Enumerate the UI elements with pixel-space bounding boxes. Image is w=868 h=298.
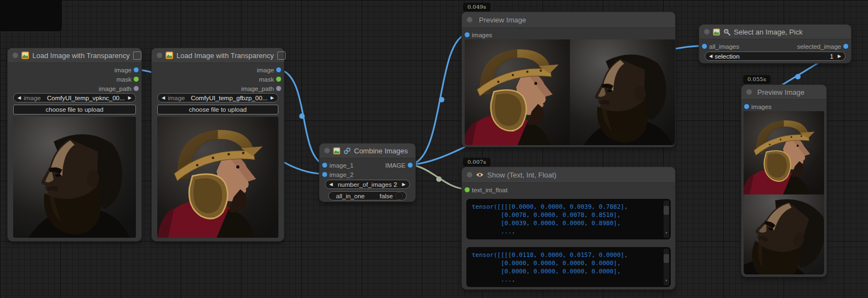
scroll-down-icon[interactable]: ▼ bbox=[665, 276, 667, 284]
slot-label: image_path bbox=[241, 85, 274, 92]
input-slot-image-2: image_2 bbox=[319, 170, 415, 179]
picture-icon bbox=[713, 28, 720, 36]
prev-arrow-icon[interactable]: ◀ bbox=[162, 96, 165, 100]
pin-checkbox[interactable] bbox=[133, 51, 141, 60]
picture-icon bbox=[21, 51, 29, 59]
scroll-down-icon[interactable]: ▼ bbox=[665, 228, 667, 237]
slot-dot-images[interactable] bbox=[744, 104, 749, 109]
node-header: Select an Image, Pick bbox=[699, 25, 851, 39]
collapse-dot[interactable] bbox=[746, 89, 752, 95]
node-header: Preview Image bbox=[462, 12, 675, 28]
slot-dot-image[interactable] bbox=[134, 67, 139, 72]
slot-dot-text-int-float[interactable] bbox=[465, 187, 470, 192]
node-preview-image-right[interactable]: Preview Image images bbox=[741, 85, 826, 277]
scrollbar-thumb[interactable] bbox=[664, 254, 669, 263]
link-icon bbox=[344, 147, 351, 154]
slot-label: all_images bbox=[709, 43, 739, 50]
combo-label: image bbox=[24, 95, 41, 101]
node-header: Load Image with Transparency bbox=[152, 48, 284, 63]
slot-dot-image-path[interactable] bbox=[276, 86, 281, 91]
node-header: Show (Text, Int, Float) bbox=[462, 167, 675, 183]
image-preview-bearded-man bbox=[13, 117, 136, 238]
image-preview-bearded-man-down bbox=[744, 194, 824, 274]
collapse-dot[interactable] bbox=[157, 53, 162, 58]
magnifier-icon bbox=[723, 28, 730, 36]
slot-dot-image-path[interactable] bbox=[134, 86, 139, 91]
increment-arrow-icon[interactable]: ▶ bbox=[838, 54, 841, 59]
image-preview-combined-faces bbox=[465, 39, 675, 145]
node-show-text-int-float[interactable]: Show (Text, Int, Float) text_int_float t… bbox=[462, 167, 675, 289]
input-slot-image-1: image_1 IMAGE bbox=[319, 161, 415, 170]
slot-label: image bbox=[257, 67, 274, 73]
picture-icon bbox=[333, 147, 340, 154]
next-arrow-icon[interactable]: ▶ bbox=[271, 96, 274, 100]
tensor-output-box-1[interactable]: tensor([[[[0.0000, 0.0000, 0.0039, 0.788… bbox=[466, 199, 671, 239]
collapse-dot[interactable] bbox=[324, 148, 330, 153]
output-slot-image: image bbox=[152, 65, 284, 74]
slot-dot-image-1[interactable] bbox=[322, 163, 327, 168]
output-slot-mask: mask bbox=[8, 74, 141, 84]
slot-label: text_int_float bbox=[472, 187, 507, 193]
slot-dot-images[interactable] bbox=[465, 32, 470, 37]
graph-canvas[interactable]: Load Image with Transparency image mask … bbox=[0, 0, 868, 298]
image-preview-soldier bbox=[744, 111, 824, 194]
wire-combine-to-preview bbox=[410, 34, 467, 165]
decrement-arrow-icon[interactable]: ◀ bbox=[709, 54, 712, 59]
slot-dot-mask[interactable] bbox=[134, 77, 139, 82]
image-combo-widget[interactable]: ◀ image ComfyUI_temp_vpknc_00... ▶ bbox=[13, 93, 136, 102]
node-title: Combine Images bbox=[354, 147, 408, 155]
tensor-line: [0.0039, 0.0000, 0.0000, 0.8980], bbox=[472, 219, 660, 227]
selection-widget[interactable]: ◀ selection 1 ▶ bbox=[705, 51, 846, 61]
slot-dot-image[interactable] bbox=[276, 67, 281, 72]
toggle-knob[interactable] bbox=[396, 193, 402, 199]
increment-arrow-icon[interactable]: ▶ bbox=[402, 182, 406, 187]
execution-time-badge: 0.055s bbox=[743, 75, 770, 84]
tensor-line: [0.0000, 0.0000, 0.0000, 0.0000], bbox=[472, 267, 660, 276]
offscreen-image-corner bbox=[0, 0, 62, 31]
slot-dot-all-images[interactable] bbox=[702, 44, 707, 49]
slot-label: image_2 bbox=[329, 171, 353, 178]
upload-button[interactable]: choose file to upload bbox=[13, 105, 136, 114]
node-load-image-2[interactable]: Load Image with Transparency image mask … bbox=[152, 48, 284, 241]
slot-label: image_1 bbox=[329, 162, 353, 169]
tensor-line: ..., bbox=[472, 276, 660, 284]
next-arrow-icon[interactable]: ▶ bbox=[128, 96, 132, 100]
node-preview-image-top[interactable]: Preview Image images bbox=[462, 12, 675, 147]
slot-label: images bbox=[472, 32, 492, 38]
node-load-image-1[interactable]: Load Image with Transparency image mask … bbox=[8, 48, 141, 241]
collapse-dot[interactable] bbox=[13, 53, 18, 58]
combo-label: image bbox=[168, 95, 185, 101]
slot-dot-selected-image[interactable] bbox=[843, 44, 848, 49]
input-slot-text-int-float: text_int_float bbox=[462, 185, 675, 194]
slot-label: image_path bbox=[99, 85, 132, 92]
image-combo-widget[interactable]: ◀ image ComfyUI_temp_gfbzp_00... ▶ bbox=[157, 93, 278, 102]
node-select-an-image[interactable]: Select an Image, Pick all_images selecte… bbox=[699, 25, 851, 63]
collapse-dot[interactable] bbox=[467, 17, 472, 22]
node-combine-images[interactable]: Combine Images image_1 IMAGE image_2 ◀ n… bbox=[319, 144, 415, 202]
pin-checkbox[interactable] bbox=[277, 51, 285, 60]
output-slot-image: image bbox=[8, 65, 141, 74]
upload-button[interactable]: choose file to upload bbox=[157, 105, 278, 114]
number-of-images-widget[interactable]: ◀ number_of_images 2 ▶ bbox=[325, 180, 410, 189]
node-title: Preview Image bbox=[757, 88, 804, 96]
widget-label: all_in_one bbox=[336, 193, 364, 199]
slot-label: mask bbox=[259, 76, 274, 83]
slot-dot-image-2[interactable] bbox=[322, 172, 327, 177]
prev-arrow-icon[interactable]: ◀ bbox=[18, 96, 21, 100]
collapse-dot[interactable] bbox=[467, 172, 472, 177]
slot-dot-IMAGE[interactable] bbox=[408, 163, 413, 168]
tensor-output-box-2[interactable]: tensor([[[[0.0118, 0.0000, 0.0157, 0.000… bbox=[466, 247, 671, 287]
widget-value: 1 bbox=[830, 53, 833, 60]
combo-value: ComfyUI_temp_gfbzp_00... bbox=[187, 95, 270, 101]
collapse-dot[interactable] bbox=[704, 29, 710, 35]
all-in-one-toggle-widget[interactable]: all_in_one false bbox=[328, 191, 407, 200]
node-title: Preview Image bbox=[479, 16, 526, 24]
scrollbar-thumb[interactable] bbox=[664, 206, 669, 215]
tensor-line: tensor([[[[0.0000, 0.0000, 0.0039, 0.788… bbox=[472, 203, 660, 211]
tensor-line: [0.0078, 0.0000, 0.0078, 0.8510], bbox=[472, 211, 660, 219]
node-title: Select an Image, Pick bbox=[734, 28, 803, 36]
slot-dot-mask[interactable] bbox=[276, 77, 281, 82]
node-title: Show (Text, Int, Float) bbox=[487, 171, 556, 179]
input-slot-all-images: all_images selected_image bbox=[699, 42, 851, 51]
slot-label: mask bbox=[117, 76, 132, 83]
